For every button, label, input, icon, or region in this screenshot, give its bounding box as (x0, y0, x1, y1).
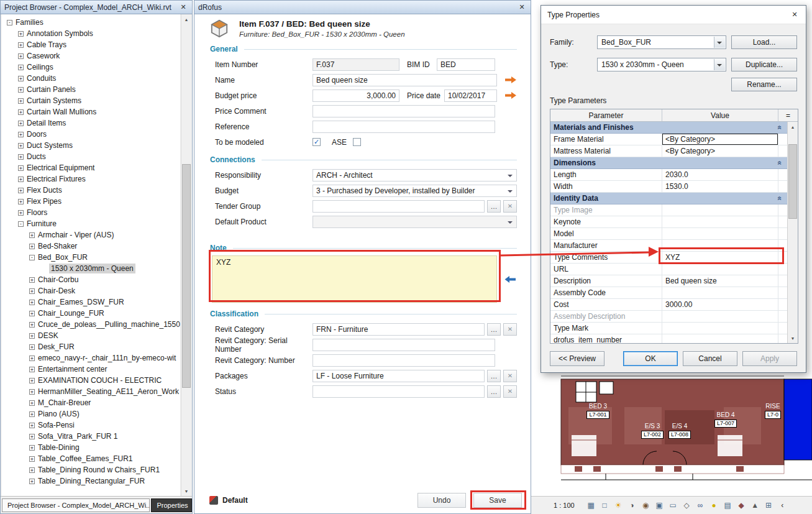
tree-expander-icon[interactable] (29, 277, 35, 283)
tree-item[interactable]: Chair_Eames_DSW_FUR (2, 296, 180, 308)
push-to-revit-arrow-icon[interactable] (504, 91, 516, 99)
tree-item[interactable]: Duct Systems (2, 140, 180, 151)
tree-expander-icon[interactable] (29, 311, 35, 316)
tree-item[interactable]: Families (2, 17, 180, 28)
hide-analytical-model-icon[interactable]: ◆ (736, 500, 747, 511)
tree-expander-icon[interactable] (29, 288, 35, 294)
tree-expander-icon[interactable] (18, 87, 24, 93)
lock-3d-view-icon[interactable]: ◇ (682, 500, 692, 511)
param-row[interactable]: Cost 3000.00 (550, 299, 787, 311)
param-row[interactable]: Assembly Code (550, 287, 787, 299)
tree-item[interactable]: Detail Items (2, 117, 180, 129)
tree-expander-icon[interactable] (29, 255, 35, 260)
tree-item[interactable]: Ducts (2, 151, 180, 162)
tree-item[interactable]: emeco_navy-r-_chair_111n_by-emeco-wit (2, 352, 180, 364)
budget-price-field[interactable]: 3,000.00 (312, 89, 399, 102)
tree-expander-icon[interactable] (18, 109, 24, 115)
family-combobox[interactable]: Bed_Box_FUR (597, 35, 726, 49)
type-properties-titlebar[interactable]: Type Properties (541, 6, 806, 24)
tree-expander-icon[interactable] (29, 244, 35, 249)
param-value[interactable] (662, 228, 778, 239)
tender-group-field[interactable] (312, 200, 485, 213)
param-equalize-cell[interactable] (778, 204, 787, 216)
tree-expander-icon[interactable] (18, 31, 24, 37)
scroll-thumb[interactable] (788, 144, 797, 219)
param-equalize-cell[interactable] (778, 275, 787, 287)
tree-expander-icon[interactable] (18, 65, 24, 70)
tree-item[interactable]: Curtain Systems (2, 95, 180, 106)
tree-expander-icon[interactable] (18, 53, 24, 59)
revit-category-clear-button[interactable] (503, 323, 517, 336)
param-value[interactable] (662, 287, 778, 298)
tree-expander-icon[interactable] (18, 121, 24, 126)
param-row[interactable]: drofus_item_number (550, 334, 787, 343)
tree-item[interactable]: Chair-Desk (2, 285, 180, 296)
ase-checkbox[interactable] (353, 138, 361, 146)
scroll-up-icon[interactable] (788, 122, 798, 132)
packages-clear-button[interactable] (503, 370, 517, 382)
ok-button[interactable]: OK (623, 351, 678, 366)
duplicate-button[interactable]: Duplicate... (731, 58, 797, 71)
param-equalize-cell[interactable] (778, 145, 787, 157)
tree-expander-icon[interactable] (29, 389, 35, 395)
tree-expander-icon[interactable] (29, 378, 35, 383)
tree-item[interactable]: Piano (AUS) (2, 408, 180, 420)
tree-expander-icon[interactable] (18, 154, 24, 160)
close-icon[interactable] (178, 2, 188, 12)
status-browse-button[interactable] (487, 385, 501, 398)
scroll-down-icon[interactable] (788, 333, 798, 343)
visual-style-icon[interactable]: □ (600, 500, 610, 511)
tree-expander-icon[interactable] (18, 143, 24, 149)
load-button[interactable]: Load... (731, 35, 797, 49)
tree-item[interactable]: Floors (2, 207, 180, 218)
tree-item[interactable]: Casework (2, 50, 180, 62)
revit-category-field[interactable]: FRN - Furniture (312, 323, 485, 336)
scale-button[interactable]: 1 : 100 (550, 500, 578, 510)
push-to-revit-arrow-icon[interactable] (504, 76, 516, 84)
tree-item[interactable]: Ceilings (2, 62, 180, 73)
param-value[interactable]: 3000.00 (662, 299, 778, 310)
param-row[interactable]: Manufacturer (550, 240, 787, 252)
status-clear-button[interactable] (503, 385, 517, 398)
param-equalize-cell[interactable] (778, 334, 787, 343)
rename-button[interactable]: Rename... (731, 78, 797, 91)
param-value[interactable]: <By Category> (662, 145, 778, 157)
param-row[interactable]: Width 1530.0 (550, 181, 787, 193)
tree-item[interactable]: Table-Dining (2, 442, 180, 453)
tree-item[interactable]: Chair_Lounge_FUR (2, 308, 180, 319)
param-equalize-cell[interactable] (778, 323, 787, 334)
tree-expander-icon[interactable] (29, 456, 35, 462)
tree-expander-icon[interactable] (29, 356, 35, 361)
tree-expander-icon[interactable] (18, 199, 24, 204)
detail-level-icon[interactable]: ▦ (586, 500, 596, 511)
param-value[interactable] (662, 334, 778, 343)
tree-expander-icon[interactable] (18, 221, 24, 227)
equals-column-header[interactable]: = (778, 109, 798, 121)
param-value[interactable]: XYZ (662, 252, 778, 263)
tree-expander-icon[interactable] (29, 367, 35, 372)
tree-item[interactable]: Annotation Symbols (2, 28, 180, 39)
rendering-dialog-icon[interactable]: ◉ (641, 500, 651, 511)
temporary-hide-isolate-icon[interactable]: ∞ (695, 500, 706, 511)
tree-item[interactable]: Chair-Corbu (2, 274, 180, 285)
tree-item[interactable]: Entertainment center (2, 364, 180, 375)
tree-expander-icon[interactable] (18, 165, 24, 171)
temporary-view-properties-icon[interactable]: ▤ (723, 500, 733, 511)
tree-expander-icon[interactable] (18, 188, 24, 193)
default-product-select[interactable] (312, 216, 517, 228)
scroll-down-icon[interactable] (181, 486, 191, 496)
tree-expander-icon[interactable] (29, 434, 35, 439)
crop-view-icon[interactable]: ▣ (654, 500, 665, 511)
tree-item[interactable]: Cable Trays (2, 39, 180, 50)
packages-browse-button[interactable] (487, 370, 501, 382)
tree-item[interactable]: DESK (2, 330, 180, 341)
tree-item[interactable]: Flex Ducts (2, 185, 180, 196)
param-row[interactable]: URL (550, 264, 787, 275)
price-comment-field[interactable] (312, 105, 495, 117)
name-field[interactable]: Bed queen size (312, 74, 497, 86)
undo-button[interactable]: Undo (417, 493, 466, 508)
param-equalize-cell[interactable] (778, 134, 787, 145)
floor-plan-view[interactable] (531, 373, 812, 496)
tree-expander-icon[interactable] (18, 42, 24, 48)
tree-item[interactable]: Table_Dining Round w Chairs_FUR1 (2, 464, 180, 475)
